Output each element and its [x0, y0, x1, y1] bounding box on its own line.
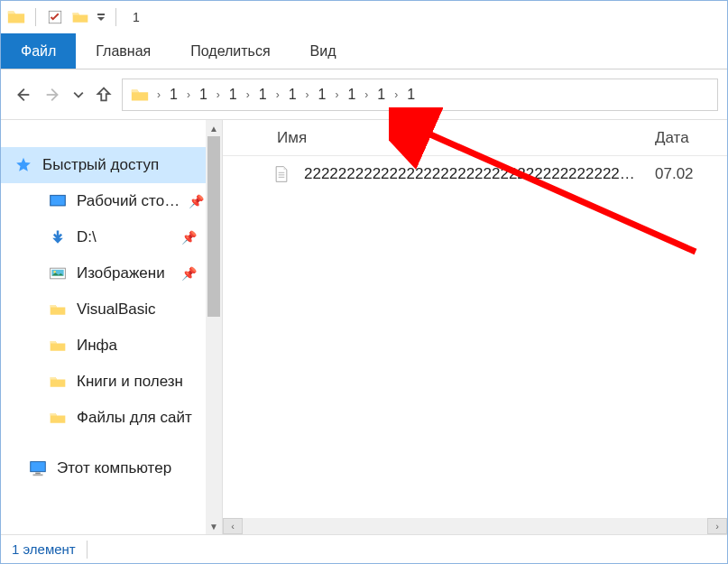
- separator: [87, 541, 88, 559]
- sidebar-item-label: VisualBasic: [77, 300, 156, 319]
- separator: [35, 8, 36, 26]
- address-bar[interactable]: › 1 › 1 › 1 › 1 › 1 › 1 › 1 › 1 › 1: [122, 79, 718, 111]
- scroll-up-icon[interactable]: ▲: [206, 120, 222, 136]
- chevron-right-icon[interactable]: ›: [363, 88, 370, 101]
- chevron-right-icon[interactable]: ›: [155, 88, 162, 101]
- svg-rect-11: [33, 474, 43, 476]
- new-folder-icon[interactable]: [70, 7, 90, 27]
- sidebar-item-info[interactable]: Инфа: [1, 328, 206, 364]
- file-date: 07.02: [655, 165, 727, 183]
- breadcrumb-segment[interactable]: 1: [342, 79, 361, 110]
- folder-icon: [48, 408, 68, 428]
- folder-icon: [6, 7, 26, 27]
- main-area: Быстрый доступ Рабочий сто… 📌 D:\ 📌: [1, 120, 727, 534]
- breadcrumb-segment[interactable]: 1: [313, 79, 332, 110]
- separator: [115, 8, 116, 26]
- sidebar-item-label: Этот компьютер: [57, 459, 171, 477]
- forward-button[interactable]: [41, 82, 66, 107]
- breadcrumb-segment[interactable]: 1: [283, 79, 302, 110]
- file-row[interactable]: 2222222222222222222222222222222222222… 0…: [223, 156, 727, 192]
- ribbon-tabs: Файл Главная Поделиться Вид: [1, 33, 727, 69]
- folder-icon: [48, 372, 68, 392]
- titlebar: 1: [1, 1, 727, 33]
- folder-icon: [48, 336, 68, 356]
- tab-label: Главная: [96, 43, 151, 60]
- tab-home[interactable]: Главная: [76, 33, 170, 69]
- sidebar-wrap: Быстрый доступ Рабочий сто… 📌 D:\ 📌: [1, 120, 223, 534]
- chevron-right-icon[interactable]: ›: [244, 88, 252, 101]
- chevron-right-icon[interactable]: ›: [274, 88, 281, 101]
- sidebar-quick-access[interactable]: Быстрый доступ: [1, 147, 206, 183]
- tab-label: Файл: [21, 43, 56, 60]
- column-header-name[interactable]: Имя: [277, 129, 655, 147]
- horizontal-scrollbar[interactable]: ‹ ›: [223, 518, 727, 534]
- qat-dropdown-icon[interactable]: [96, 7, 106, 27]
- scroll-right-icon[interactable]: ›: [707, 518, 727, 534]
- breadcrumb-segment[interactable]: 1: [164, 79, 183, 110]
- sidebar-this-pc[interactable]: Этот компьютер: [1, 450, 206, 486]
- column-header-date[interactable]: Дата: [655, 129, 727, 147]
- desktop-icon: [48, 191, 68, 211]
- sidebar-item-books[interactable]: Книги и полезн: [1, 364, 206, 400]
- file-name: 2222222222222222222222222222222222222…: [304, 165, 642, 183]
- text-file-icon: [272, 164, 291, 184]
- folder-icon: [48, 300, 68, 319]
- breadcrumb-segment[interactable]: 1: [401, 79, 420, 110]
- this-pc-icon: [28, 458, 48, 478]
- tab-label: Вид: [310, 43, 336, 60]
- navigation-bar: › 1 › 1 › 1 › 1 › 1 › 1 › 1 › 1 › 1: [1, 69, 727, 120]
- sidebar-item-visualbasic[interactable]: VisualBasic: [1, 291, 206, 328]
- sidebar-scrollbar[interactable]: ▲ ▼: [206, 120, 222, 534]
- pictures-icon: [48, 264, 68, 283]
- chevron-right-icon[interactable]: ›: [215, 88, 222, 101]
- folder-icon: [126, 85, 153, 105]
- chevron-right-icon[interactable]: ›: [392, 88, 400, 101]
- window-title: 1: [133, 10, 140, 24]
- tab-label: Поделиться: [190, 43, 270, 60]
- scroll-left-icon[interactable]: ‹: [223, 518, 243, 534]
- navigation-pane: Быстрый доступ Рабочий сто… 📌 D:\ 📌: [1, 120, 206, 534]
- chevron-right-icon[interactable]: ›: [333, 88, 340, 101]
- breadcrumb-segment[interactable]: 1: [194, 79, 213, 110]
- svg-rect-10: [35, 473, 41, 475]
- status-item-count: 1 элемент: [12, 541, 76, 557]
- sidebar-item-pictures[interactable]: Изображени 📌: [1, 255, 206, 291]
- sidebar-item-label: D:\: [77, 228, 97, 246]
- pin-icon: 📌: [181, 266, 197, 281]
- breadcrumb-segment[interactable]: 1: [253, 79, 272, 110]
- sidebar-item-label: Рабочий сто…: [77, 192, 180, 210]
- sidebar-item-label: Файлы для сайт: [77, 409, 192, 427]
- tab-share[interactable]: Поделиться: [170, 33, 290, 69]
- up-button[interactable]: [91, 82, 116, 107]
- column-headers: Имя Дата: [223, 120, 727, 156]
- scroll-down-icon[interactable]: ▼: [206, 518, 222, 534]
- sidebar-item-label: Инфа: [77, 337, 117, 355]
- chevron-right-icon[interactable]: ›: [304, 88, 311, 101]
- status-bar: 1 элемент: [1, 534, 727, 563]
- pin-icon: 📌: [181, 230, 197, 245]
- file-list-pane: Имя Дата 2222222222222222222222222222222…: [223, 120, 727, 534]
- star-icon: [14, 155, 33, 175]
- tab-view[interactable]: Вид: [290, 33, 356, 69]
- properties-icon[interactable]: [45, 7, 65, 27]
- svg-rect-5: [51, 196, 65, 205]
- back-button[interactable]: [10, 82, 35, 107]
- scrollbar-thumb[interactable]: [207, 136, 220, 317]
- download-arrow-icon: [48, 227, 68, 247]
- tab-file[interactable]: Файл: [1, 33, 76, 69]
- breadcrumb-segment[interactable]: 1: [372, 79, 391, 110]
- sidebar-item-label: Изображени: [77, 264, 165, 282]
- sidebar-item-label: Быстрый доступ: [42, 156, 159, 174]
- svg-rect-9: [31, 462, 46, 472]
- svg-rect-1: [97, 14, 105, 15]
- recent-dropdown-icon[interactable]: [71, 82, 86, 107]
- breadcrumb-segment[interactable]: 1: [224, 79, 243, 110]
- pin-icon: 📌: [189, 194, 204, 208]
- sidebar-item-label: Книги и полезн: [77, 373, 183, 391]
- sidebar-item-d-drive[interactable]: D:\ 📌: [1, 219, 206, 255]
- sidebar-item-desktop[interactable]: Рабочий сто… 📌: [1, 183, 206, 219]
- chevron-right-icon[interactable]: ›: [185, 88, 192, 101]
- sidebar-item-site-files[interactable]: Файлы для сайт: [1, 400, 206, 436]
